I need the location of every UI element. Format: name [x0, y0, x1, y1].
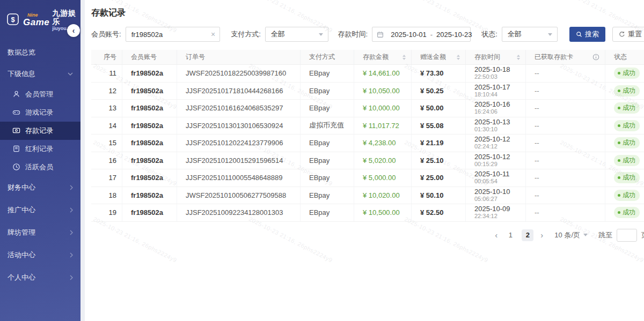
header-bonus-amount[interactable]: 赠送金额 — [412, 50, 466, 64]
cell-bonus-amount: ¥ 25.00 — [412, 169, 466, 186]
deposit-time-label: 存款时间: — [338, 29, 368, 39]
cell-status: 成功 — [605, 152, 644, 169]
cell-deposit-amount: ¥ 10,020.00 — [354, 187, 412, 204]
cell-deposit-time: 2025-10-17 18:10:44 — [466, 83, 526, 100]
sidebar-section-subordinate-info[interactable]: 下级信息 — [0, 63, 80, 85]
table-row: 17 fr198502a JJSF202510110005548648889 E… — [91, 169, 644, 187]
cell-pay-method: EBpay — [301, 187, 354, 204]
sidebar-item-personal-center[interactable]: 个人中心 — [0, 266, 80, 289]
cell-deposit-amount: ¥ 10,000.00 — [354, 100, 412, 117]
table-row: 19 fr198502a JJSF202510092234128001303 E… — [91, 204, 644, 222]
cell-seq: 18 — [91, 187, 122, 204]
reset-button[interactable]: 重置 — [612, 27, 644, 42]
next-page-icon[interactable]: › — [539, 230, 545, 241]
cell-deposit-card: -- — [526, 135, 605, 152]
status-select[interactable]: 全部 — [502, 27, 558, 42]
filter-bar: 会员账号: × 支付方式: 全部 存款时间: 2025-10-01 - 2025… — [91, 27, 644, 42]
jump-page-input[interactable] — [617, 229, 637, 242]
page-size-select[interactable]: 10 条/页 — [554, 230, 588, 240]
sort-icon[interactable] — [517, 55, 520, 60]
cell-pay-method: EBpay — [301, 83, 354, 100]
table-row: 14 fr198502a JJSF202510130130106530924 虚… — [91, 117, 644, 135]
pagination: ‹ 1 2 › 10 条/页 跳至 页 — [91, 229, 644, 242]
cell-deposit-amount: ¥ 10,500.00 — [354, 204, 412, 221]
sidebar-item-game-records[interactable]: 游戏记录 — [0, 103, 80, 122]
user-icon — [12, 90, 20, 99]
sidebar-item-active-members[interactable]: 活跃会员 — [0, 158, 80, 176]
clear-icon[interactable]: × — [211, 30, 215, 39]
date-separator: - — [430, 31, 433, 39]
clock-icon — [12, 163, 20, 171]
sidebar: $ Nine Game 九游娱乐 jiuyou.com 数据总览 下级信息 会员… — [0, 0, 80, 321]
cell-order-no: JJSF202510092234128001303 — [177, 204, 301, 221]
sidebar-item-activity-center[interactable]: 活动中心 — [0, 244, 80, 266]
header-deposit-card: 已获取存款卡 — [526, 50, 605, 64]
cell-deposit-time: 2025-10-18 22:50:03 — [466, 65, 526, 82]
status-dot-icon — [618, 141, 620, 144]
status-badge: 成功 — [614, 85, 640, 96]
search-icon — [576, 31, 582, 38]
sidebar-item-label: 数据总览 — [8, 48, 35, 57]
cell-account: fr198502a — [122, 187, 177, 204]
sort-icon[interactable] — [402, 55, 406, 60]
cell-account: fr198502a — [122, 65, 177, 82]
sidebar-item-member-management[interactable]: 会员管理 — [0, 85, 80, 103]
sidebar-item-promotion-center[interactable]: 推广中心 — [0, 199, 80, 221]
prev-page-icon[interactable]: ‹ — [493, 230, 499, 241]
sort-icon[interactable] — [457, 55, 460, 60]
status-dot-icon — [618, 211, 620, 214]
calendar-icon — [377, 31, 384, 38]
header-deposit-time[interactable]: 存款时间 — [466, 50, 526, 64]
cell-deposit-time: 2025-10-13 01:30:10 — [466, 117, 526, 135]
cell-bonus-amount: ¥ 50.25 — [412, 83, 466, 100]
cell-deposit-time: 2025-10-12 00:15:29 — [466, 152, 526, 169]
info-icon[interactable] — [592, 54, 599, 61]
cell-account: fr198502a — [122, 83, 177, 100]
cell-seq: 11 — [91, 65, 122, 82]
account-input[interactable] — [126, 31, 220, 39]
sidebar-collapse-button[interactable]: ‹ — [67, 24, 80, 37]
chevron-down-icon — [319, 33, 323, 36]
sidebar-item-archway-management[interactable]: 牌坊管理 — [0, 221, 80, 244]
cell-account: fr198502a — [122, 135, 177, 152]
cell-seq: 12 — [91, 83, 122, 100]
cell-order-no: JWSF202510182250039987160 — [177, 65, 301, 82]
sidebar-item-finance-center[interactable]: 财务中心 — [0, 176, 80, 199]
date-range-picker[interactable]: 2025-10-01 - 2025-10-23 — [372, 27, 471, 42]
brand-name-en: Nine Game — [23, 13, 49, 27]
cell-account: fr198502a — [122, 100, 177, 117]
search-button[interactable]: 搜索 — [569, 27, 605, 42]
cell-pay-method: EBpay — [301, 135, 354, 152]
page-button-1[interactable]: 1 — [504, 229, 516, 241]
sidebar-item-overview[interactable]: 数据总览 — [0, 42, 80, 63]
status-badge: 成功 — [614, 120, 640, 131]
status-badge: 成功 — [614, 155, 640, 166]
sidebar-item-bonus-records[interactable]: 红利记录 — [0, 140, 80, 158]
brand-logo-icon: $ — [6, 12, 20, 28]
page-button-2-current[interactable]: 2 — [522, 229, 533, 241]
cell-bonus-amount: ¥ 25.10 — [412, 152, 466, 169]
cell-order-no: JJSF202510110005548648889 — [177, 169, 301, 186]
chevron-down-icon — [68, 72, 73, 76]
deposit-records-table: 序号 会员账号 订单号 支付方式 存款金额 赠送金额 存款时间 已获取存款卡 — [91, 50, 644, 222]
cell-account: fr198502a — [122, 117, 177, 135]
sidebar-item-label: 存款记录 — [25, 126, 53, 136]
cell-status: 成功 — [605, 100, 644, 117]
pay-method-select[interactable]: 全部 — [265, 27, 328, 42]
sidebar-item-deposit-records[interactable]: 存款记录 — [0, 122, 80, 140]
cell-deposit-amount: ¥ 5,020.00 — [354, 152, 412, 169]
date-end-value: 2025-10-23 — [436, 31, 472, 39]
cell-bonus-amount: ¥ 55.08 — [412, 117, 466, 135]
header-deposit-amount[interactable]: 存款金额 — [354, 50, 412, 64]
cell-deposit-card: -- — [526, 187, 605, 204]
chevron-right-icon — [70, 207, 73, 213]
page-title: 存款记录 — [91, 8, 644, 19]
status-dot-icon — [618, 124, 620, 127]
cell-pay-method: EBpay — [301, 169, 354, 186]
cell-bonus-amount: ¥ 21.19 — [412, 135, 466, 152]
sidebar-item-label: 推广中心 — [8, 205, 35, 215]
cell-deposit-amount: ¥ 10,050.00 — [354, 83, 412, 100]
cell-deposit-card: -- — [526, 65, 605, 82]
bank-card-icon — [12, 126, 20, 135]
cell-account: fr198502a — [122, 169, 177, 186]
